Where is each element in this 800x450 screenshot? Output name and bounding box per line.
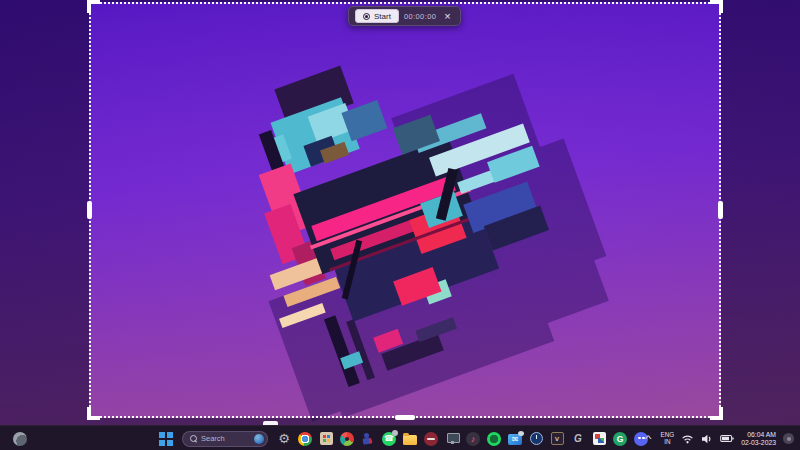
music-circle: ♪: [466, 432, 480, 446]
selection-handle-bottom-right[interactable]: [710, 407, 723, 420]
snip-selection-region[interactable]: [89, 2, 721, 418]
device-monitor-app-icon[interactable]: [444, 431, 460, 447]
video-circle: [424, 432, 438, 446]
mail-shape: ✉: [508, 434, 522, 445]
music-app-icon[interactable]: ♪: [465, 431, 481, 447]
photos-app-icon[interactable]: [591, 431, 607, 447]
clock-date[interactable]: 06:04 AM 02-03-2023: [741, 431, 776, 446]
tray-time: 06:04 AM: [747, 431, 776, 439]
whatsapp-circle: ☎: [382, 432, 396, 446]
figure-shape: [362, 432, 375, 445]
battery-icon[interactable]: [720, 434, 734, 443]
g-glyph: G: [613, 432, 627, 446]
weather-moon-widget-icon[interactable]: [13, 432, 27, 446]
selection-handle-bottom-left[interactable]: [87, 407, 100, 420]
language-indicator[interactable]: ENG IN: [661, 432, 675, 445]
tray-overflow-chevron-icon[interactable]: ^: [645, 434, 652, 444]
screen-record-toolbar: Start 00:00:00 ×: [348, 6, 461, 26]
taskbar: Search ⚙ ☎ ♪ ✉ v G G: [0, 425, 800, 450]
taskbar-center-area: Search ⚙ ☎ ♪ ✉ v G G: [159, 426, 649, 450]
store-tile: [320, 432, 333, 445]
tray-date: 02-03-2023: [741, 439, 776, 447]
notification-circle-icon[interactable]: [783, 433, 794, 444]
spotify-circle: [487, 432, 501, 446]
phone-glyph: ☎: [384, 434, 394, 443]
selection-handle-right[interactable]: [718, 201, 723, 219]
start-button-label: Start: [374, 12, 391, 21]
green-g-app-icon[interactable]: G: [612, 431, 628, 447]
geforce-glyph: G: [574, 433, 582, 444]
pinned-apps-row: ⚙ ☎ ♪ ✉ v G G: [276, 431, 649, 447]
desktop-screen: Start 00:00:00 × Search ⚙ ☎: [0, 0, 800, 450]
file-explorer-icon[interactable]: [402, 431, 418, 447]
close-toolbar-button[interactable]: ×: [441, 11, 453, 22]
taskbar-widgets-area: [13, 426, 27, 450]
selection-handle-top-right[interactable]: [710, 0, 723, 13]
windows-start-button[interactable]: [159, 432, 173, 446]
selection-handle-top-left[interactable]: [87, 0, 100, 13]
record-timer: 00:00:00: [404, 12, 436, 21]
tiles-store-app-icon[interactable]: [318, 431, 334, 447]
settings-gear-icon[interactable]: ⚙: [276, 431, 292, 447]
video-app-icon[interactable]: [423, 431, 439, 447]
color-wheel-app-icon[interactable]: [339, 431, 355, 447]
spotify-icon[interactable]: [486, 431, 502, 447]
whatsapp-icon[interactable]: ☎: [381, 431, 397, 447]
chrome-browser-icon[interactable]: [297, 431, 313, 447]
monitor-shape: [446, 432, 459, 445]
search-box[interactable]: Search: [182, 431, 268, 447]
gear-glyph: ⚙: [278, 431, 290, 446]
system-tray: ^ ENG IN: [646, 426, 794, 450]
blue-figure-app-icon[interactable]: [360, 431, 376, 447]
wifi-icon[interactable]: [681, 434, 694, 444]
v-glyph: v: [551, 432, 564, 445]
chrome-circle: [298, 432, 312, 446]
clock-circle: [530, 432, 543, 445]
mail-cloud-app-icon[interactable]: ✉: [507, 431, 523, 447]
v-box-app-icon[interactable]: v: [549, 431, 565, 447]
music-note-glyph: ♪: [471, 434, 476, 444]
selection-handle-left[interactable]: [87, 201, 92, 219]
start-recording-button[interactable]: Start: [355, 9, 399, 23]
wheel-circle: [340, 432, 354, 446]
bing-icon: [254, 434, 264, 444]
search-icon: [190, 435, 197, 442]
photos-tile: [593, 432, 606, 445]
folder-shape: [403, 435, 417, 445]
geforce-app-icon[interactable]: G: [570, 431, 586, 447]
desktop-wallpaper: Start 00:00:00 ×: [0, 0, 800, 425]
search-label: Search: [201, 434, 250, 443]
record-dot-icon: [363, 13, 370, 20]
selection-handle-bottom[interactable]: [395, 415, 415, 420]
volume-icon[interactable]: [701, 434, 713, 444]
clock-app-icon[interactable]: [528, 431, 544, 447]
language-line2: IN: [664, 439, 670, 446]
